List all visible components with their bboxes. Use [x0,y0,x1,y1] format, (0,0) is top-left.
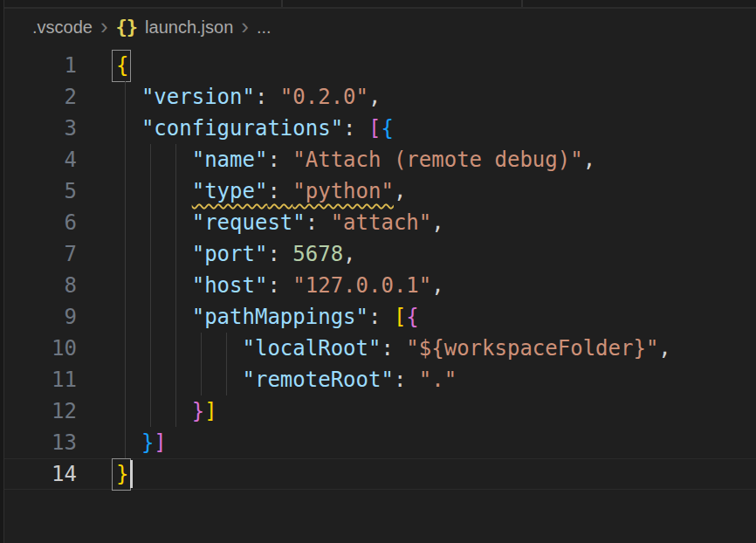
vscode-editor-window: .vscode›{}launch.json›... 1 { 2 "version… [0,0,756,543]
breadcrumb-item-[interactable]: ... [257,17,271,38]
code-area[interactable]: 1 { 2 "version": "0.2.0", 3 "configurati… [4,46,756,490]
indent-guide [175,333,176,364]
line-number[interactable]: 5 [4,175,77,207]
code-line-2[interactable]: 2 "version": "0.2.0", [4,81,756,113]
code-content[interactable]: "host": "127.0.0.1", [116,270,756,301]
line-number[interactable]: 7 [4,238,77,270]
indent-guide [201,364,202,395]
line-number[interactable]: 9 [4,301,77,333]
token [116,399,192,423]
editor-pane[interactable]: .vscode›{}launch.json›... 1 { 2 "version… [4,9,756,543]
line-number[interactable]: 8 [4,270,77,301]
token: , [343,242,355,266]
token: { [406,305,418,329]
indent-guide [150,175,151,207]
token: 5678 [292,242,343,266]
token: : [343,116,368,141]
line-number[interactable]: 10 [4,333,77,364]
code-content[interactable]: "version": "0.2.0", [116,81,756,113]
token: "type" [192,179,268,203]
indent-guide [125,144,126,175]
token [116,273,192,298]
code-content[interactable]: "type": "python", [116,175,756,207]
code-line-6[interactable]: 6 "request": "attach", [4,207,756,238]
line-number[interactable]: 6 [4,207,77,238]
line-number[interactable]: 12 [4,395,77,427]
indent-guide [150,364,151,395]
token: } [192,399,204,423]
token [116,430,141,455]
code-line-3[interactable]: 3 "configurations": [{ [4,113,756,144]
indent-guide [175,144,176,175]
code-content[interactable]: }] [116,395,756,427]
code-line-11[interactable]: 11 "remoteRoot": "." [4,364,756,395]
token [116,336,243,361]
token: "port" [192,242,268,266]
indent-guide [125,427,126,458]
indent-guide [175,175,176,207]
code-line-1[interactable]: 1 { [4,50,756,81]
line-number[interactable]: 3 [4,113,77,144]
code-content[interactable]: "pathMappings": [{ [116,301,756,333]
breadcrumb-item-vscode[interactable]: .vscode [32,17,93,38]
token: } [141,430,154,455]
code-line-4[interactable]: 4 "name": "Attach (remote debug)", [4,144,756,175]
code-content[interactable]: }] [116,427,756,458]
token [116,85,141,109]
code-line-7[interactable]: 7 "port": 5678, [4,238,756,270]
code-content[interactable]: "localRoot": "${workspaceFolder}", [116,333,756,364]
token: "python" [292,179,394,203]
breadcrumb-item-launchjson[interactable]: launch.json [145,17,233,38]
json-file-icon: {} [116,16,138,38]
token: "remoteRoot" [243,368,394,392]
tab-strip[interactable] [4,0,756,9]
token: "configurations" [141,116,343,141]
token [116,148,192,172]
line-number[interactable]: 1 [4,50,77,81]
line-number[interactable]: 2 [4,81,77,113]
line-number[interactable]: 11 [4,364,77,395]
indent-guide [175,364,176,395]
text-cursor [130,460,133,488]
breadcrumb: .vscode›{}launch.json›... [4,9,756,46]
token: "127.0.0.1" [292,273,431,298]
chevron-right-icon: › [241,17,249,35]
chevron-right-icon: › [100,17,108,35]
code-line-9[interactable]: 9 "pathMappings": [{ [4,301,756,333]
line-number[interactable]: 13 [4,427,77,458]
token: : [394,368,419,392]
indent-guide [125,81,126,113]
code-content[interactable]: "request": "attach", [116,207,756,238]
token [116,305,192,329]
line-number[interactable]: 4 [4,144,77,175]
indent-guide [150,333,151,364]
token: : [255,85,280,109]
code-content[interactable]: "name": "Attach (remote debug)", [116,144,756,175]
code-content[interactable]: "remoteRoot": "." [116,364,756,395]
token: "Attach (remote debug)" [292,148,582,172]
code-content[interactable]: "port": 5678, [116,238,756,270]
code-line-5[interactable]: 5 "type": "python", [4,175,756,207]
indent-guide [125,270,126,301]
indent-guide [175,395,176,427]
code-content[interactable]: { [116,50,756,81]
indent-guide [125,238,126,270]
token: { [381,116,393,141]
indent-guide [125,175,126,207]
token: [ [394,305,406,329]
token: , [431,210,443,235]
code-line-14[interactable]: 14 } [4,458,756,490]
line-number[interactable]: 14 [4,458,77,490]
token: "host" [192,273,268,298]
code-line-10[interactable]: 10 "localRoot": "${workspaceFolder}", [4,333,756,364]
code-line-8[interactable]: 8 "host": "127.0.0.1", [4,270,756,301]
indent-guide [201,333,202,364]
code-content[interactable]: "configurations": [{ [116,113,756,144]
code-line-13[interactable]: 13 }] [4,427,756,458]
code-line-12[interactable]: 12 }] [4,395,756,427]
token: : [267,242,292,266]
indent-guide [175,270,176,301]
code-content[interactable]: } [116,458,756,490]
indent-guide [125,333,126,364]
token: : [306,210,331,235]
